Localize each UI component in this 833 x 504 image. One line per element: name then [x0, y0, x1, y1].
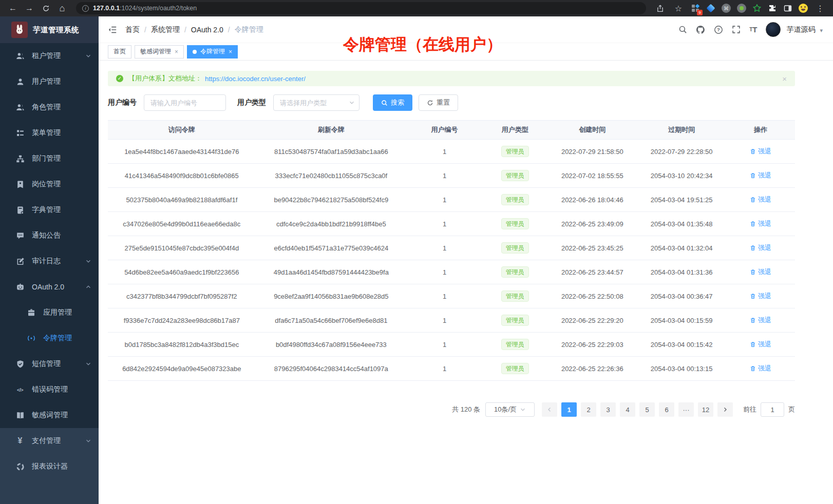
user-id-input[interactable] [144, 94, 226, 111]
user-type-select[interactable] [273, 94, 359, 111]
table-row: f9336e7c7dd242a283ee98dc86b17a87 dfa6c71… [108, 308, 795, 333]
doc-link[interactable]: https://doc.iocoder.cn/user-center/ [205, 75, 306, 83]
trash-icon [750, 365, 756, 372]
force-logout-button[interactable]: 强退 [750, 340, 771, 349]
home-icon[interactable]: ⌂ [55, 2, 69, 14]
sidebar-item-report[interactable]: 报表设计器 [0, 454, 99, 479]
user-avatar[interactable] [766, 22, 781, 37]
app-logo[interactable]: 芋道管理系统 [0, 16, 99, 43]
operation-cell: 强退 [726, 243, 795, 253]
profile-avatar-icon[interactable] [798, 3, 808, 13]
breadcrumb-system[interactable]: 系统管理 [151, 25, 180, 34]
user-type-badge: 管理员 [501, 290, 529, 302]
reset-button[interactable]: 重置 [419, 94, 458, 111]
sidebar-item-oauth-token[interactable]: 令牌管理 [0, 325, 99, 351]
url-bar[interactable]: i 127.0.0.1:1024/system/oauth2/token [76, 2, 646, 14]
puzzle-icon[interactable] [767, 3, 778, 13]
fullscreen-icon[interactable] [732, 25, 741, 34]
tab-close-icon[interactable]: × [229, 48, 232, 55]
user-type-select-input[interactable] [273, 94, 359, 111]
force-logout-button[interactable]: 强退 [750, 171, 771, 180]
sidebar-item-oauth[interactable]: OAuth 2.0 [0, 274, 99, 300]
page-button[interactable]: 3 [600, 402, 616, 417]
side-panel-icon[interactable] [783, 3, 793, 13]
page-button[interactable]: 12 [698, 402, 713, 417]
goto-page: 前往 页 [743, 402, 795, 417]
sidebar-item-dict[interactable]: 字典管理 [0, 197, 99, 223]
page-button[interactable]: 1 [561, 402, 577, 417]
sidebar-item-audit[interactable]: 审计日志 [0, 248, 99, 274]
extension-record-icon[interactable] [736, 3, 747, 13]
sidebar-item-errcode[interactable]: </> 错误码管理 [0, 377, 99, 402]
prev-page-button[interactable] [542, 402, 557, 417]
force-logout-button[interactable]: 强退 [750, 147, 771, 156]
user-id-label: 用户编号 [108, 98, 137, 107]
access-token-cell: 54d6be82ee5a460a9aedc1f9bf223656 [108, 268, 256, 276]
extension-grid-icon[interactable]: 9 [690, 3, 701, 13]
sidebar-item-menu[interactable]: 菜单管理 [0, 120, 99, 146]
sidebar: 芋道管理系统 租户管理 用户管理 角色管理 菜单管理 [0, 16, 99, 504]
browser-toolbar: ← → ⌂ i 127.0.0.1:1024/system/oauth2/tok… [0, 0, 833, 16]
table-row: 54d6be82ee5a460a9aedc1f9bf223656 49d1aa4… [108, 260, 795, 284]
search-icon[interactable] [678, 25, 687, 34]
force-logout-button[interactable]: 强退 [750, 267, 771, 277]
extension-star-icon[interactable] [752, 3, 762, 13]
page-size-select[interactable]: 10条/页 [485, 402, 535, 417]
create-time-cell: 2022-06-25 23:44:57 [547, 268, 637, 276]
site-info-icon[interactable]: i [82, 5, 89, 12]
force-logout-button[interactable]: 强退 [750, 219, 771, 228]
refresh-token-cell: 49d1aa46d1454fbd87591444423be9fa [256, 268, 407, 276]
breadcrumb-oauth[interactable]: OAuth 2.0 [191, 26, 223, 34]
reload-icon[interactable] [39, 2, 52, 14]
trash-icon [750, 172, 756, 179]
github-icon[interactable] [696, 25, 705, 34]
force-logout-button[interactable]: 强退 [750, 364, 771, 373]
browser-menu-icon[interactable]: ⋮ [813, 2, 827, 14]
sidebar-item-pay[interactable]: ¥ 支付管理 [0, 428, 99, 454]
sidebar-item-tenant[interactable]: 租户管理 [0, 43, 99, 69]
forward-icon[interactable]: → [23, 2, 36, 14]
user-name[interactable]: 芋道源码 [786, 25, 815, 34]
force-logout-button[interactable]: 强退 [750, 243, 771, 253]
sidebar-item-role[interactable]: 角色管理 [0, 94, 99, 120]
sidebar-item-post[interactable]: 岗位管理 [0, 171, 99, 197]
goto-page-input[interactable] [761, 402, 784, 417]
next-page-button[interactable] [717, 402, 733, 417]
help-icon[interactable]: ? [714, 25, 723, 34]
share-icon[interactable] [653, 2, 667, 14]
force-logout-button[interactable]: 强退 [750, 316, 771, 325]
pagination-ellipsis[interactable]: ··· [678, 402, 694, 417]
refresh-token-cell: dfa6c71a50a54c66bef706ef9e6e8d81 [256, 317, 407, 324]
sidebar-item-sms[interactable]: 短信管理 [0, 351, 99, 377]
extension-command-icon[interactable]: ⌘ [721, 3, 731, 13]
tab-token[interactable]: 令牌管理 × [187, 45, 238, 59]
page-button[interactable]: 4 [620, 402, 635, 417]
search-button[interactable]: 搜索 [373, 94, 412, 111]
user-caret-icon[interactable]: ▾ [820, 27, 823, 34]
alert-close-icon[interactable]: × [782, 74, 787, 83]
extension-gem-icon[interactable] [706, 3, 716, 13]
force-logout-button[interactable]: 强退 [750, 195, 771, 204]
tab-home[interactable]: 首页 [108, 45, 131, 59]
bookmark-star-icon[interactable]: ☆ [672, 2, 685, 14]
font-size-icon[interactable]: TT [749, 25, 757, 34]
force-logout-label: 强退 [758, 147, 771, 156]
trash-icon [750, 148, 756, 154]
tab-close-icon[interactable]: × [175, 48, 178, 55]
sidebar-fold-icon[interactable] [108, 25, 117, 34]
expire-time-cell: 2054-03-04 00:15:42 [637, 341, 726, 348]
tab-sensitive[interactable]: 敏感词管理 × [135, 45, 184, 59]
sidebar-item-user[interactable]: 用户管理 [0, 69, 99, 94]
force-logout-button[interactable]: 强退 [750, 292, 771, 301]
breadcrumb-home[interactable]: 首页 [125, 25, 140, 34]
sidebar-item-notice[interactable]: 通知公告 [0, 223, 99, 248]
sidebar-item-oauth-app[interactable]: 应用管理 [0, 300, 99, 325]
page-button[interactable]: 2 [581, 402, 596, 417]
user-id-cell: 1 [407, 365, 482, 373]
back-icon[interactable]: ← [6, 2, 20, 14]
page-button[interactable]: 6 [659, 402, 674, 417]
trash-icon [750, 317, 756, 323]
sidebar-item-sensitive[interactable]: 敏感词管理 [0, 402, 99, 428]
sidebar-item-dept[interactable]: 部门管理 [0, 146, 99, 171]
page-button[interactable]: 5 [639, 402, 655, 417]
